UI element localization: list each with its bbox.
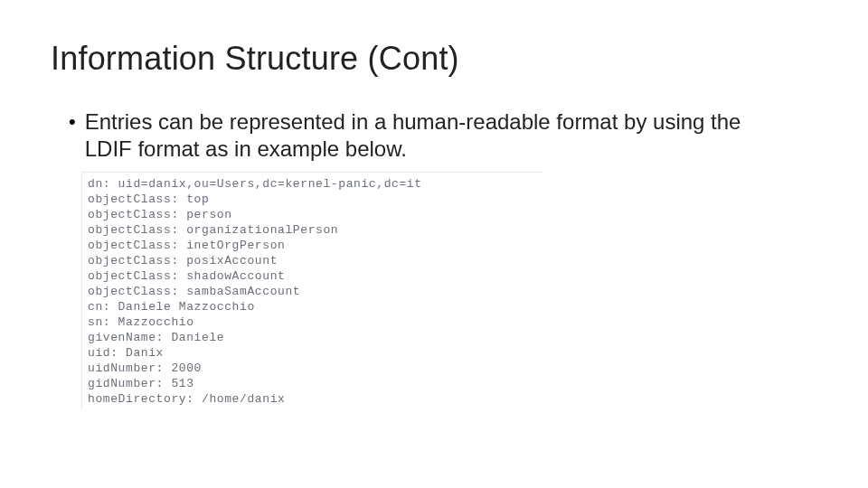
slide: Information Structure (Cont) • Entries c… — [0, 0, 868, 488]
bullet-dot-icon: • — [69, 108, 76, 136]
ldif-code-block: dn: uid=danix,ou=Users,dc=kernel-panic,d… — [81, 172, 542, 408]
code-line: uidNumber: 2000 — [88, 361, 537, 376]
code-line: cn: Daniele Mazzocchio — [88, 299, 537, 314]
code-line: dn: uid=danix,ou=Users,dc=kernel-panic,d… — [88, 176, 537, 192]
code-line: objectClass: person — [88, 207, 537, 222]
code-line: objectClass: sambaSamAccount — [88, 284, 537, 299]
code-line: givenName: Daniele — [88, 330, 537, 345]
code-line: gidNumber: 513 — [88, 376, 537, 391]
code-line: objectClass: organizationalPerson — [88, 222, 537, 238]
code-line: objectClass: top — [88, 192, 537, 207]
bullet-text: Entries can be represented in a human-re… — [85, 108, 790, 163]
code-line: objectClass: shadowAccount — [88, 268, 537, 284]
code-line: objectClass: posixAccount — [88, 253, 537, 268]
code-line: sn: Mazzocchio — [88, 314, 537, 330]
code-line: objectClass: inetOrgPerson — [88, 238, 537, 253]
bullet-item: • Entries can be represented in a human-… — [51, 108, 817, 163]
code-line: uid: Danix — [88, 345, 537, 361]
slide-title: Information Structure (Cont) — [51, 40, 817, 78]
code-line: homeDirectory: /home/danix — [88, 391, 537, 407]
